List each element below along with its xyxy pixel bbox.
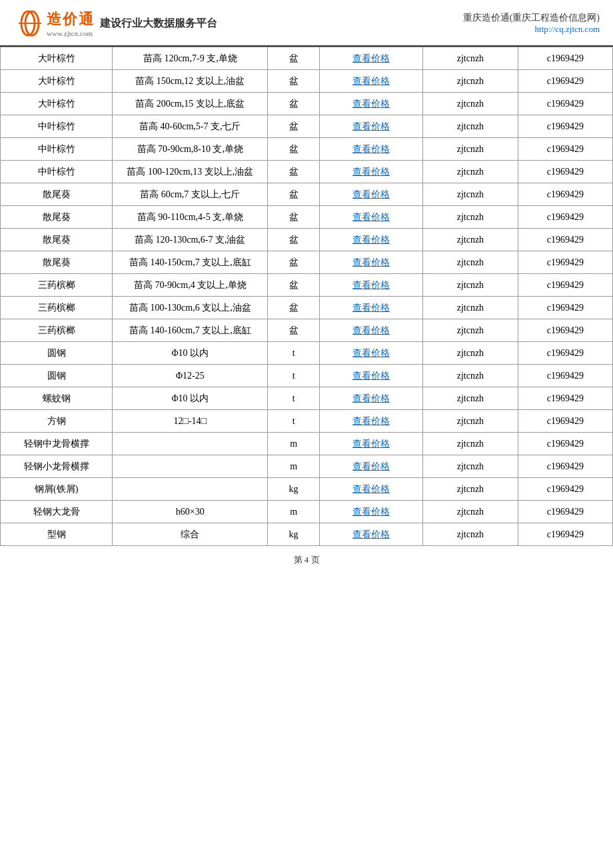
item-name: 圆钢 [1,342,113,365]
item-unit: m [268,455,320,478]
item-spec [113,478,268,501]
item-name: 螺蚊钢 [1,387,113,410]
item-price[interactable]: 查看价格 [319,274,422,297]
item-source: zjtcnzh [423,183,518,206]
table-row: 螺蚊钢Φ10 以内t查看价格zjtcnzhc1969429 [1,387,613,410]
item-spec: Φ12-25 [113,365,268,387]
item-price[interactable]: 查看价格 [319,115,422,138]
item-price[interactable]: 查看价格 [319,70,422,93]
item-name: 大叶棕竹 [1,47,113,70]
item-unit: 盆 [268,297,320,319]
page-header: 造价通 www.zjtcn.com 建设行业大数据服务平台 重庆造价通(重庆工程… [0,0,613,47]
item-price[interactable]: 查看价格 [319,523,422,546]
item-price[interactable]: 查看价格 [319,319,422,342]
table-row: 圆钢Φ10 以内t查看价格zjtcnzhc1969429 [1,342,613,365]
item-unit: kg [268,478,320,501]
item-unit: t [268,342,320,365]
table-row: 大叶棕竹苗高 120cm,7-9 支,单烧盆查看价格zjtcnzhc196942… [1,47,613,70]
item-price[interactable]: 查看价格 [319,455,422,478]
item-price[interactable]: 查看价格 [319,206,422,229]
item-spec: 苗高 100-120cm,13 支以上,油盆 [113,161,268,183]
item-price[interactable]: 查看价格 [319,410,422,433]
item-source: zjtcnzh [423,206,518,229]
item-price[interactable]: 查看价格 [319,93,422,115]
item-price[interactable]: 查看价格 [319,478,422,501]
item-source: zjtcnzh [423,342,518,365]
item-code: c1969429 [518,138,612,161]
table-row: 三药槟榔苗高 100-130cm,6 支以上,油盆盆查看价格zjtcnzhc19… [1,297,613,319]
item-name: 散尾葵 [1,183,113,206]
table-row: 散尾葵苗高 60cm,7 支以上,七斤盆查看价格zjtcnzhc1969429 [1,183,613,206]
item-spec: 苗高 70-90cm,8-10 支,单烧 [113,138,268,161]
item-spec [113,455,268,478]
item-unit: 盆 [268,161,320,183]
site-url[interactable]: http://cq.zjtcn.com [463,24,600,35]
item-price[interactable]: 查看价格 [319,229,422,251]
item-source: zjtcnzh [423,251,518,274]
item-spec: 苗高 140-150cm,7 支以上,底缸 [113,251,268,274]
item-source: zjtcnzh [423,523,518,546]
item-price[interactable]: 查看价格 [319,501,422,523]
table-row: 散尾葵苗高 120-130cm,6-7 支,油盆盆查看价格zjtcnzhc196… [1,229,613,251]
item-name: 散尾葵 [1,229,113,251]
item-unit: 盆 [268,319,320,342]
logo-icon [13,7,47,40]
table-row: 钢屑(铁屑)kg查看价格zjtcnzhc1969429 [1,478,613,501]
item-price[interactable]: 查看价格 [319,297,422,319]
price-table: 大叶棕竹苗高 120cm,7-9 支,单烧盆查看价格zjtcnzhc196942… [0,47,613,546]
item-spec: 苗高 40-60cm,5-7 支,七斤 [113,115,268,138]
table-row: 轻钢大龙骨h60×30m查看价格zjtcnzhc1969429 [1,501,613,523]
item-code: c1969429 [518,47,612,70]
item-price[interactable]: 查看价格 [319,387,422,410]
item-source: zjtcnzh [423,138,518,161]
item-source: zjtcnzh [423,70,518,93]
item-spec: 综合 [113,523,268,546]
item-spec: 苗高 60cm,7 支以上,七斤 [113,183,268,206]
item-spec: 12□-14□ [113,410,268,433]
table-row: 轻钢小龙骨横撑m查看价格zjtcnzhc1969429 [1,455,613,478]
item-name: 大叶棕竹 [1,93,113,115]
item-code: c1969429 [518,161,612,183]
item-source: zjtcnzh [423,410,518,433]
item-source: zjtcnzh [423,319,518,342]
item-unit: 盆 [268,93,320,115]
item-price[interactable]: 查看价格 [319,183,422,206]
header-right: 重庆造价通(重庆工程造价信息网) http://cq.zjtcn.com [463,12,600,35]
item-source: zjtcnzh [423,47,518,70]
item-name: 散尾葵 [1,206,113,229]
table-row: 方钢12□-14□t查看价格zjtcnzhc1969429 [1,410,613,433]
table-row: 圆钢Φ12-25t查看价格zjtcnzhc1969429 [1,365,613,387]
item-name: 钢屑(铁屑) [1,478,113,501]
item-price[interactable]: 查看价格 [319,433,422,455]
item-unit: t [268,410,320,433]
item-code: c1969429 [518,433,612,455]
item-source: zjtcnzh [423,455,518,478]
item-name: 三药槟榔 [1,297,113,319]
item-price[interactable]: 查看价格 [319,47,422,70]
item-price[interactable]: 查看价格 [319,251,422,274]
item-spec: 苗高 120-130cm,6-7 支,油盆 [113,229,268,251]
item-price[interactable]: 查看价格 [319,138,422,161]
item-unit: m [268,433,320,455]
item-code: c1969429 [518,387,612,410]
item-code: c1969429 [518,478,612,501]
table-row: 散尾葵苗高 90-110cm,4-5 支,单烧盆查看价格zjtcnzhc1969… [1,206,613,229]
item-price[interactable]: 查看价格 [319,161,422,183]
item-unit: 盆 [268,138,320,161]
item-price[interactable]: 查看价格 [319,342,422,365]
item-name: 中叶棕竹 [1,138,113,161]
table-row: 三药槟榔苗高 140-160cm,7 支以上,底缸盆查看价格zjtcnzhc19… [1,319,613,342]
item-code: c1969429 [518,365,612,387]
item-code: c1969429 [518,523,612,546]
table-row: 型钢综合kg查看价格zjtcnzhc1969429 [1,523,613,546]
item-name: 圆钢 [1,365,113,387]
item-code: c1969429 [518,70,612,93]
item-code: c1969429 [518,229,612,251]
table-row: 散尾葵苗高 140-150cm,7 支以上,底缸盆查看价格zjtcnzhc196… [1,251,613,274]
item-unit: 盆 [268,274,320,297]
item-spec: 苗高 100-130cm,6 支以上,油盆 [113,297,268,319]
item-code: c1969429 [518,501,612,523]
item-price[interactable]: 查看价格 [319,365,422,387]
logo-url: www.zjtcn.com [47,29,95,37]
item-source: zjtcnzh [423,161,518,183]
